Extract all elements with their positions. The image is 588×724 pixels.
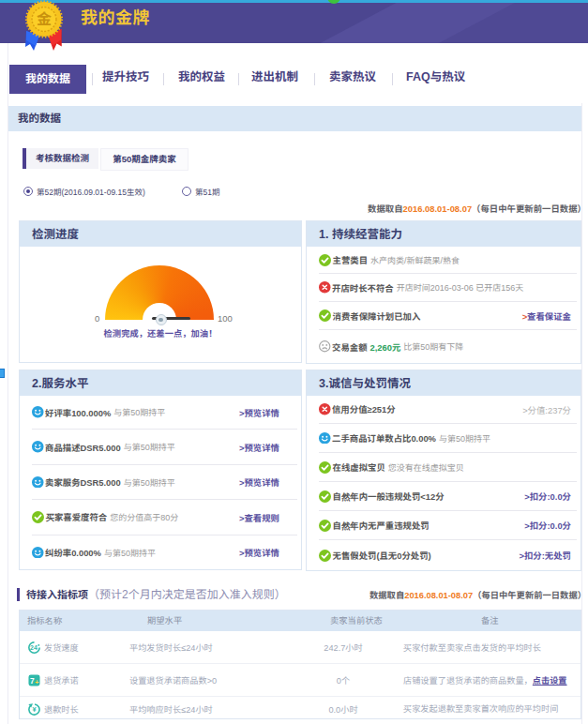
svg-text:24: 24 [30,644,38,651]
svg-text:7: 7 [30,676,35,686]
svg-text:+: + [35,679,38,686]
svg-text:金: 金 [37,7,52,29]
svg-text:¥: ¥ [33,705,38,714]
